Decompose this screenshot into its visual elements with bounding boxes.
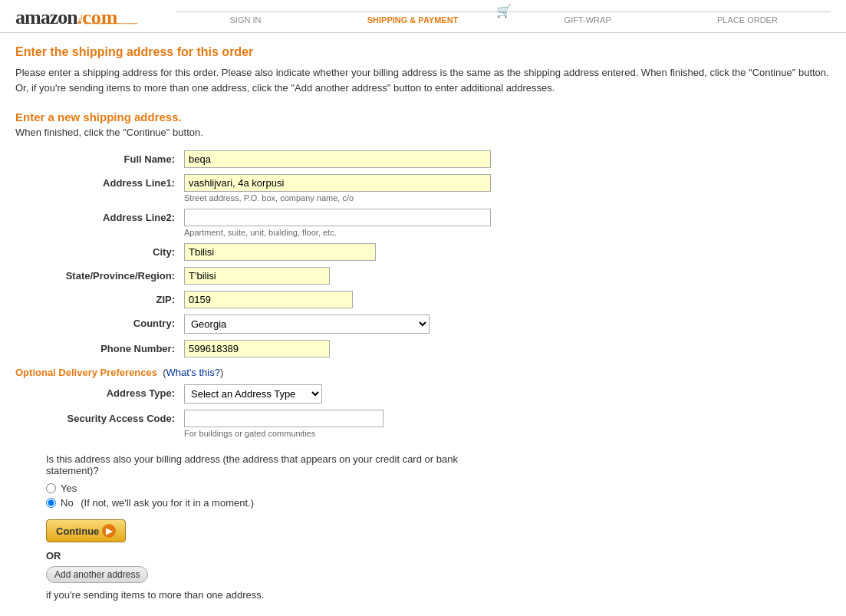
page-header: amazon.com ╯⎯⎯⎯⎯⎯⎯⎯⎯⎯⎯ 🛒 SIGN IN SHIPPIN…: [0, 0, 846, 33]
billing-yes-label: Yes: [61, 483, 77, 494]
country-row: Country: Georgia United States United Ki…: [46, 315, 831, 334]
cart-icon: 🛒: [496, 4, 512, 18]
security-field: For buildings or gated communities: [184, 410, 383, 438]
full-name-row: Full Name:: [46, 150, 831, 168]
section-title: Enter a new shipping address.: [15, 110, 831, 124]
bottom-note: if you're sending items to more than one…: [46, 589, 831, 601]
optional-header: Optional Delivery Preferences (What's th…: [15, 367, 831, 378]
address1-row: Address Line1: Street address, P.O. box,…: [46, 174, 831, 203]
page-description: Please enter a shipping address for this…: [15, 65, 831, 95]
progress-line: 🛒: [176, 12, 831, 12]
billing-yes-row: Yes: [46, 483, 831, 494]
address-type-row: Address Type: Select an Address Type Res…: [46, 384, 831, 404]
billing-no-radio[interactable]: [46, 498, 56, 508]
billing-no-note: (If not, we'll ask you for it in a momen…: [78, 497, 254, 509]
whats-this-link[interactable]: What's this?: [166, 367, 220, 378]
address1-input[interactable]: [184, 174, 491, 192]
logo: amazon.com ╯⎯⎯⎯⎯⎯⎯⎯⎯⎯⎯: [15, 6, 138, 29]
address2-label: Address Line2:: [46, 209, 184, 223]
security-label: Security Access Code:: [46, 410, 184, 424]
phone-input[interactable]: [184, 340, 330, 357]
state-label: State/Province/Region:: [46, 267, 184, 282]
address2-field: Apartment, suite, unit, building, floor,…: [184, 209, 491, 237]
step-placeorder: PLACE ORDER: [717, 15, 778, 25]
phone-field: [184, 340, 330, 357]
billing-section: Is this address also your billing addres…: [46, 453, 831, 601]
step-shipping: SHIPPING & PAYMENT: [367, 15, 459, 25]
main-content: Enter the shipping address for this orde…: [0, 33, 846, 616]
or-text: OR: [46, 550, 831, 562]
address2-hint: Apartment, suite, unit, building, floor,…: [184, 228, 491, 237]
step-signin: SIGN IN: [230, 15, 262, 25]
address2-row: Address Line2: Apartment, suite, unit, b…: [46, 209, 831, 237]
state-input[interactable]: [184, 267, 330, 285]
billing-yes-radio[interactable]: [46, 483, 56, 493]
section-subtitle: When finished, click the "Continue" butt…: [15, 127, 831, 138]
security-row: Security Access Code: For buildings or g…: [46, 410, 831, 438]
continue-arrow-icon: ▶: [102, 524, 116, 538]
address2-input[interactable]: [184, 209, 491, 226]
full-name-field: [184, 150, 491, 168]
full-name-input[interactable]: [184, 150, 491, 168]
add-address-button[interactable]: Add another address: [46, 566, 148, 583]
zip-input[interactable]: [184, 291, 353, 308]
address-type-wrap: Select an Address Type Residential Comme…: [184, 384, 322, 404]
security-input[interactable]: [184, 410, 383, 427]
country-label: Country:: [46, 315, 184, 329]
step-giftwrap: GIFT-WRAP: [565, 15, 611, 25]
logo-text: amazon: [15, 6, 77, 29]
continue-label: Continue: [56, 525, 99, 537]
country-field: Georgia United States United Kingdom: [184, 315, 430, 334]
phone-row: Phone Number:: [46, 340, 831, 357]
security-hint: For buildings or gated communities: [184, 429, 383, 438]
state-field: [184, 267, 330, 285]
country-select-wrap: Georgia United States United Kingdom: [184, 315, 430, 334]
progress-bar: 🛒: [176, 12, 831, 12]
country-select[interactable]: Georgia United States United Kingdom: [184, 315, 430, 334]
billing-no-label: No: [61, 497, 74, 509]
address-type-label: Address Type:: [46, 384, 184, 399]
billing-no-row: No (If not, we'll ask you for it in a mo…: [46, 497, 831, 509]
city-row: City:: [46, 243, 831, 261]
address-type-field: Select an Address Type Residential Comme…: [184, 384, 322, 404]
address1-label: Address Line1:: [46, 174, 184, 189]
continue-button-wrap: Continue ▶: [46, 512, 831, 542]
billing-question: Is this address also your billing addres…: [46, 453, 506, 476]
city-field: [184, 243, 376, 261]
phone-label: Phone Number:: [46, 340, 184, 354]
optional-form: Address Type: Select an Address Type Res…: [46, 384, 831, 438]
address1-hint: Street address, P.O. box, company name, …: [184, 193, 491, 203]
checkout-steps: 🛒 SIGN IN SHIPPING & PAYMENT GIFT-WRAP P…: [176, 12, 831, 25]
page-title: Enter the shipping address for this orde…: [15, 45, 831, 59]
address-type-select[interactable]: Select an Address Type Residential Comme…: [184, 384, 322, 404]
full-name-label: Full Name:: [46, 150, 184, 165]
address1-field: Street address, P.O. box, company name, …: [184, 174, 491, 203]
continue-button[interactable]: Continue ▶: [46, 519, 126, 542]
state-row: State/Province/Region:: [46, 267, 831, 285]
city-input[interactable]: [184, 243, 376, 261]
zip-field: [184, 291, 353, 308]
optional-label: Optional Delivery Preferences: [15, 367, 157, 378]
city-label: City:: [46, 243, 184, 258]
logo-smile: ╯⎯⎯⎯⎯⎯⎯⎯⎯⎯⎯: [79, 15, 138, 25]
address-form: Full Name: Address Line1: Street address…: [46, 150, 831, 357]
zip-row: ZIP:: [46, 291, 831, 308]
zip-label: ZIP:: [46, 291, 184, 305]
